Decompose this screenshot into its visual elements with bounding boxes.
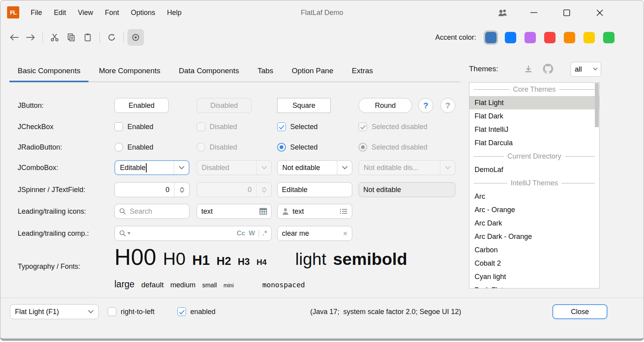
theme-item-arc-dark-orange[interactable]: Arc Dark - Orange xyxy=(469,230,599,243)
field-separator xyxy=(259,229,259,237)
status-text: (Java 17; system scale factor 2.0; Segoe… xyxy=(276,304,496,319)
accent-swatch-green[interactable] xyxy=(603,32,615,43)
close-window-button[interactable] xyxy=(590,4,609,21)
h00-sample: H00 xyxy=(114,244,156,270)
tab-more-components[interactable]: More Components xyxy=(90,59,168,82)
radio-enabled[interactable]: Enabled xyxy=(114,140,153,155)
themes-filter-combobox[interactable]: all xyxy=(570,62,601,77)
enabled-checkbox[interactable]: enabled xyxy=(177,304,215,319)
radio-disabled: Disabled xyxy=(197,140,237,155)
theme-item-flat-darcula[interactable]: Flat Darcula xyxy=(469,136,599,150)
checkbox-icon xyxy=(197,122,205,131)
menu-help[interactable]: Help xyxy=(161,0,188,25)
menu-edit[interactable]: Edit xyxy=(48,0,72,25)
text-field-person[interactable]: text xyxy=(277,204,352,219)
text-field-calendar[interactable]: text xyxy=(197,204,272,219)
accent-swatch-blue[interactable] xyxy=(505,32,516,43)
theme-item-flat-intellij[interactable]: Flat IntelliJ xyxy=(469,123,599,136)
menu-font[interactable]: Font xyxy=(99,0,125,25)
clear-icon[interactable]: × xyxy=(343,229,348,238)
theme-item-flat-light[interactable]: Flat Light xyxy=(469,96,599,109)
forward-icon[interactable] xyxy=(22,29,39,46)
checkbox-disabled: Disabled xyxy=(197,119,237,134)
theme-item-flat-dark[interactable]: Flat Dark xyxy=(469,109,599,123)
menu-view[interactable]: View xyxy=(72,0,99,25)
chevron-down-icon[interactable] xyxy=(337,161,352,175)
spinner-buttons[interactable] xyxy=(174,183,189,197)
radio-icon xyxy=(114,143,123,152)
menu-file[interactable]: File xyxy=(25,0,48,25)
accent-swatch-purple[interactable] xyxy=(524,32,536,43)
right-to-left-checkbox[interactable]: right-to-left xyxy=(108,304,155,319)
chevron-down-icon[interactable] xyxy=(83,305,98,319)
radio-selected[interactable]: Selected xyxy=(277,140,318,155)
theme-item-cobalt-2[interactable]: Cobalt 2 xyxy=(469,257,599,270)
minimize-button[interactable] xyxy=(524,4,543,21)
checkbox-checked-icon xyxy=(359,122,367,131)
lookandfeel-combobox[interactable]: Flat Light (F1) xyxy=(10,304,99,319)
tab-data-components[interactable]: Data Components xyxy=(171,59,247,82)
monospaced-sample: monospaced xyxy=(262,281,305,289)
spinner-disabled: 0 xyxy=(197,182,272,197)
whole-word-button[interactable]: W xyxy=(249,229,255,237)
clearable-field[interactable]: clear me × xyxy=(277,226,352,241)
theme-item-cyan-light[interactable]: Cyan light xyxy=(469,270,599,283)
refresh-icon[interactable] xyxy=(103,29,120,46)
jradiobutton-label: JRadioButton: xyxy=(18,140,62,155)
typography-headings: H00 H0 H1 H2 H3 H4 light semibold xyxy=(114,244,407,277)
accent-swatch-red[interactable] xyxy=(544,32,556,43)
accent-swatch-default[interactable] xyxy=(485,32,497,43)
download-icon[interactable] xyxy=(520,61,537,77)
tab-tabs[interactable]: Tabs xyxy=(249,59,282,82)
themes-separator: Core Themes xyxy=(469,83,599,96)
enabled-button[interactable]: Enabled xyxy=(114,98,169,113)
paste-icon[interactable] xyxy=(79,29,96,46)
tab-extras[interactable]: Extras xyxy=(344,59,381,82)
theme-item-demolaf[interactable]: DemoLaf xyxy=(469,163,599,176)
accent-swatch-orange[interactable] xyxy=(564,32,575,43)
default-sample: default xyxy=(141,281,164,289)
cut-icon[interactable] xyxy=(46,29,63,46)
checkbox-selected[interactable]: Selected xyxy=(277,119,318,134)
accent-selected-frame xyxy=(484,30,498,45)
tab-basic-components[interactable]: Basic Components xyxy=(9,59,88,82)
square-button[interactable]: Square xyxy=(277,98,331,113)
theme-item-arc[interactable]: Arc xyxy=(469,190,599,203)
help-button[interactable]: ? xyxy=(418,98,433,113)
round-button[interactable]: Round xyxy=(359,98,412,113)
jcheckbox-row: JCheckBox Enabled Disabled Selected Sele… xyxy=(0,119,455,134)
combobox-not-editable[interactable]: Not editable xyxy=(277,160,352,175)
accent-swatch-yellow[interactable] xyxy=(583,32,595,43)
scrollbar-thumb[interactable] xyxy=(595,83,599,127)
users-icon[interactable] xyxy=(493,4,512,21)
menu-options[interactable]: Options xyxy=(125,0,161,25)
combobox-editable[interactable]: Editable xyxy=(114,160,190,175)
person-icon xyxy=(282,208,289,215)
maximize-button[interactable] xyxy=(557,4,576,21)
github-icon[interactable] xyxy=(540,61,556,77)
back-icon[interactable] xyxy=(6,29,22,46)
chevron-down-icon[interactable] xyxy=(174,161,189,174)
search-field[interactable]: Search xyxy=(114,204,190,219)
theme-item-dark-flat[interactable]: Dark Flat xyxy=(469,283,599,288)
search-field-with-options[interactable]: Cc W .* xyxy=(114,226,272,241)
jcombobox-label: JComboBox: xyxy=(18,160,58,175)
theme-item-carbon[interactable]: Carbon xyxy=(469,243,599,257)
close-button[interactable]: Close xyxy=(552,304,607,319)
accent-color-group: Accent color: xyxy=(435,27,615,48)
theme-item-arc-orange[interactable]: Arc - Orange xyxy=(469,203,599,216)
checkbox-enabled[interactable]: Enabled xyxy=(114,119,153,134)
show-hidden-icon[interactable] xyxy=(127,29,144,46)
h3-sample: H3 xyxy=(238,256,250,267)
chevron-down-icon xyxy=(440,161,455,175)
theme-item-arc-dark[interactable]: Arc Dark xyxy=(469,216,599,230)
match-case-button[interactable]: Cc xyxy=(237,229,245,237)
regex-button[interactable]: .* xyxy=(263,229,267,237)
tab-option-pane[interactable]: Option Pane xyxy=(283,59,342,82)
search-dropdown-icon[interactable] xyxy=(119,230,131,237)
textfield-editable[interactable]: Editable xyxy=(277,182,352,197)
copy-icon[interactable] xyxy=(63,29,79,46)
checkbox-icon xyxy=(114,122,123,131)
radio-icon xyxy=(197,143,205,152)
spinner[interactable]: 0 xyxy=(114,182,190,197)
